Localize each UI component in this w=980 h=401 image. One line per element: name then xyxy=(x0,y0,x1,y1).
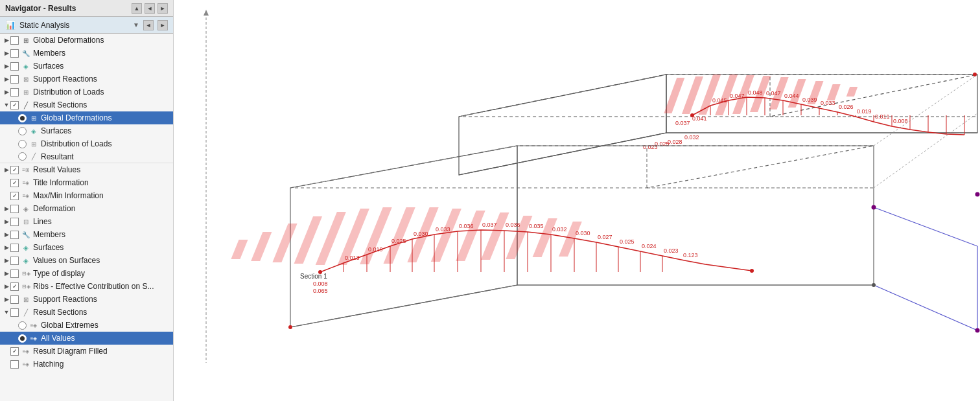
checkbox-result-sections2[interactable] xyxy=(10,308,19,317)
tree-item-title-information[interactable]: ≡◈ Title Information xyxy=(0,176,173,189)
analysis-nav-left[interactable]: ◄ xyxy=(143,20,154,30)
checkbox-members2[interactable] xyxy=(10,231,19,239)
member-icon: 🔧 xyxy=(21,49,31,58)
svg-text:0.123: 0.123 xyxy=(683,252,698,258)
checkbox-result-values[interactable] xyxy=(10,166,19,174)
item-label: Resultant xyxy=(41,152,170,161)
radio-rs2-all-values[interactable] xyxy=(18,334,27,343)
extreme-icon: ≡◈ xyxy=(29,321,39,330)
tree-item-support-reactions2[interactable]: ▶ ⊠ Support Reactions xyxy=(0,293,173,306)
checkbox-hatching[interactable] xyxy=(10,360,19,369)
svg-text:0.032: 0.032 xyxy=(552,226,567,233)
tree-item-maxmin-information[interactable]: ≡◈ Max/Min Information xyxy=(0,189,173,202)
svg-text:0.023: 0.023 xyxy=(664,247,679,254)
item-label: Distribution of Loads xyxy=(41,139,170,148)
tree-item-support-reactions[interactable]: ▶ ⊠ Support Reactions xyxy=(0,73,173,86)
svg-text:0.039: 0.039 xyxy=(802,97,817,103)
checkbox-maxmin-information[interactable] xyxy=(10,192,19,200)
item-label: Support Reactions xyxy=(33,295,170,304)
expand-icon: ▶ xyxy=(3,282,10,290)
svg-text:0.048: 0.048 xyxy=(748,89,763,96)
checkbox-members[interactable] xyxy=(10,49,19,58)
expand-icon xyxy=(3,179,10,187)
checkbox-support-reactions[interactable] xyxy=(10,75,19,84)
radio-rs-global-deformations[interactable] xyxy=(18,114,27,122)
checkbox-deformation[interactable] xyxy=(10,205,19,213)
checkbox-result-diagram[interactable] xyxy=(10,347,19,356)
nav-left-button[interactable]: ◄ xyxy=(145,3,155,14)
svg-text:0.008: 0.008 xyxy=(313,281,328,287)
item-label: Result Diagram Filled xyxy=(33,347,170,356)
values-surface-icon: ◈ xyxy=(21,256,31,265)
tree-item-rs2-all-values[interactable]: ≡◈ All Values xyxy=(0,332,173,345)
tree-item-hatching[interactable]: ≡◈ Hatching xyxy=(0,358,173,371)
item-label: Surfaces xyxy=(41,126,170,135)
svg-text:0.030: 0.030 xyxy=(576,230,590,236)
checkbox-lines[interactable] xyxy=(10,218,19,226)
svg-text:0.036: 0.036 xyxy=(506,222,520,228)
svg-text:0.037: 0.037 xyxy=(675,120,690,126)
item-label: Values on Surfaces xyxy=(33,256,170,265)
surface-icon: ◈ xyxy=(21,62,31,71)
tree-container: ▶ ⊞ Global Deformations ▶ 🔧 Members ▶ ◈ … xyxy=(0,34,173,401)
item-label: Distribution of Loads xyxy=(33,87,170,97)
radio-rs-resultant[interactable] xyxy=(18,152,27,161)
tree-item-result-sections2[interactable]: ▼ ╱ Result Sections xyxy=(0,306,173,319)
tree-item-result-values[interactable]: ▶ ≡⊞ Result Values xyxy=(0,163,173,176)
checkbox-global-deformations[interactable] xyxy=(10,36,19,45)
item-label: Members xyxy=(33,49,170,58)
tree-item-rs-global-deformations[interactable]: ⊞ Global Deformations xyxy=(0,111,173,124)
static-analysis-label: Static Analysis xyxy=(19,21,69,30)
tree-item-surfaces2[interactable]: ▶ ◈ Surfaces xyxy=(0,241,173,254)
collapse-button[interactable]: ▲ xyxy=(132,3,142,14)
item-label: Surfaces xyxy=(33,243,170,252)
tree-item-rs-surfaces[interactable]: ◈ Surfaces xyxy=(0,124,173,137)
svg-point-119 xyxy=(872,283,876,287)
tree-item-surfaces[interactable]: ▶ ◈ Surfaces xyxy=(0,60,173,73)
svg-text:0.032: 0.032 xyxy=(684,134,699,141)
checkbox-surfaces2[interactable] xyxy=(10,244,19,252)
tree-item-deformation[interactable]: ▶ ◈ Deformation xyxy=(0,202,173,215)
tree-item-global-deformations[interactable]: ▶ ⊞ Global Deformations xyxy=(0,34,173,47)
tree-item-result-sections[interactable]: ▼ ╱ Result Sections xyxy=(0,98,173,111)
radio-rs-surfaces[interactable] xyxy=(18,127,27,135)
tree-item-values-on-surfaces[interactable]: ▶ ◈ Values on Surfaces xyxy=(0,254,173,267)
tree-item-lines[interactable]: ▶ ⊟ Lines xyxy=(0,215,173,228)
radio-rs2-global-extremes[interactable] xyxy=(18,321,27,330)
panel-header-controls: ▲ ◄ ► xyxy=(132,3,168,14)
resultant-icon: ╱ xyxy=(29,152,39,161)
tree-item-members2[interactable]: ▶ 🔧 Members xyxy=(0,228,173,241)
checkbox-surfaces[interactable] xyxy=(10,62,19,71)
checkbox-title-information[interactable] xyxy=(10,179,19,187)
tree-item-rs-resultant[interactable]: ╱ Resultant xyxy=(0,150,173,163)
checkbox-distribution-loads[interactable] xyxy=(10,88,19,97)
tree-item-result-diagram[interactable]: ≡◈ Result Diagram Filled xyxy=(0,345,173,358)
expand-icon xyxy=(10,114,18,122)
svg-point-94 xyxy=(750,269,754,273)
tree-item-members[interactable]: ▶ 🔧 Members xyxy=(0,47,173,60)
static-analysis-bar[interactable]: 📊 Static Analysis ▼ ◄ ► xyxy=(0,17,173,34)
tree-item-distribution-loads[interactable]: ▶ ⊞ Distribution of Loads xyxy=(0,86,173,98)
tree-item-rs-distribution[interactable]: ⊞ Distribution of Loads xyxy=(0,137,173,150)
checkbox-type-of-display[interactable] xyxy=(10,269,19,278)
svg-point-118 xyxy=(975,192,980,197)
analysis-nav-right[interactable]: ► xyxy=(158,20,168,30)
svg-rect-0 xyxy=(174,0,980,401)
expand-icon: ▶ xyxy=(3,75,10,83)
section-icon: ╱ xyxy=(21,100,31,109)
nav-right-button[interactable]: ► xyxy=(158,3,168,14)
radio-rs-distribution[interactable] xyxy=(18,140,27,148)
checkbox-support-reactions2[interactable] xyxy=(10,295,19,304)
svg-text:0.011: 0.011 xyxy=(875,113,890,120)
tree-item-type-of-display[interactable]: ▶ ⊟◈ Type of display xyxy=(0,267,173,280)
item-label: Title Information xyxy=(33,178,170,187)
checkbox-ribs-effective[interactable] xyxy=(10,282,19,291)
section2-icon: ╱ xyxy=(21,308,31,317)
tree-item-ribs-effective[interactable]: ▶ ⊟◈ Ribs - Effective Contribution on S.… xyxy=(0,280,173,293)
checkbox-result-sections[interactable] xyxy=(10,101,19,109)
checkbox-values-on-surfaces[interactable] xyxy=(10,257,19,265)
svg-text:0.044: 0.044 xyxy=(784,93,799,99)
item-label: Result Sections xyxy=(33,100,170,109)
tree-item-rs2-global-extremes[interactable]: ≡◈ Global Extremes xyxy=(0,319,173,332)
svg-text:0.047: 0.047 xyxy=(766,90,781,97)
